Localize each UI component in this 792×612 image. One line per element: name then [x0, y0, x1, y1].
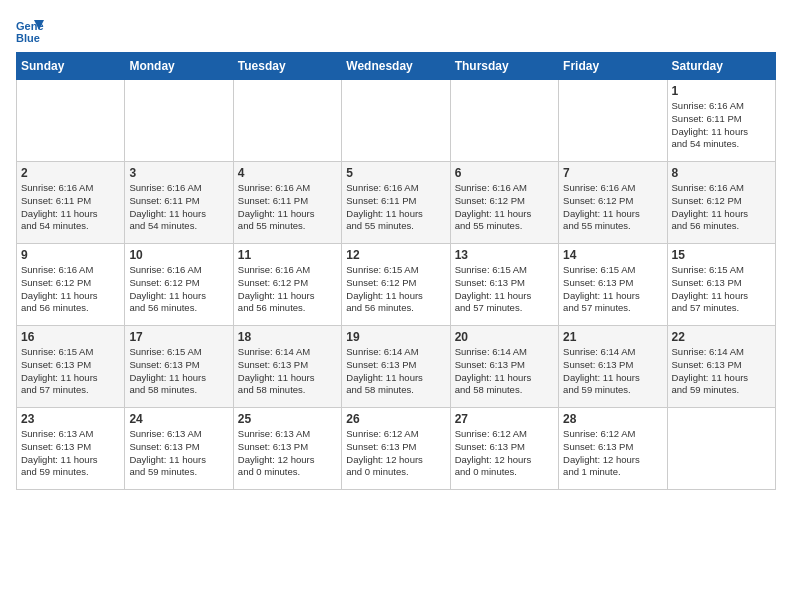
day-number: 21 — [563, 330, 662, 344]
calendar-cell: 8Sunrise: 6:16 AM Sunset: 6:12 PM Daylig… — [667, 162, 775, 244]
calendar-cell: 23Sunrise: 6:13 AM Sunset: 6:13 PM Dayli… — [17, 408, 125, 490]
day-number: 25 — [238, 412, 337, 426]
day-info: Sunrise: 6:15 AM Sunset: 6:13 PM Dayligh… — [21, 346, 120, 397]
calendar-cell: 28Sunrise: 6:12 AM Sunset: 6:13 PM Dayli… — [559, 408, 667, 490]
day-info: Sunrise: 6:12 AM Sunset: 6:13 PM Dayligh… — [455, 428, 554, 479]
calendar-cell: 16Sunrise: 6:15 AM Sunset: 6:13 PM Dayli… — [17, 326, 125, 408]
calendar-cell: 2Sunrise: 6:16 AM Sunset: 6:11 PM Daylig… — [17, 162, 125, 244]
calendar-cell: 20Sunrise: 6:14 AM Sunset: 6:13 PM Dayli… — [450, 326, 558, 408]
day-number: 8 — [672, 166, 771, 180]
day-number: 16 — [21, 330, 120, 344]
calendar-cell: 4Sunrise: 6:16 AM Sunset: 6:11 PM Daylig… — [233, 162, 341, 244]
calendar-header: SundayMondayTuesdayWednesdayThursdayFrid… — [17, 53, 776, 80]
calendar-cell: 21Sunrise: 6:14 AM Sunset: 6:13 PM Dayli… — [559, 326, 667, 408]
day-info: Sunrise: 6:13 AM Sunset: 6:13 PM Dayligh… — [129, 428, 228, 479]
day-info: Sunrise: 6:16 AM Sunset: 6:12 PM Dayligh… — [238, 264, 337, 315]
day-number: 4 — [238, 166, 337, 180]
calendar-cell: 7Sunrise: 6:16 AM Sunset: 6:12 PM Daylig… — [559, 162, 667, 244]
calendar-week-1: 1Sunrise: 6:16 AM Sunset: 6:11 PM Daylig… — [17, 80, 776, 162]
calendar-cell — [667, 408, 775, 490]
calendar-cell: 15Sunrise: 6:15 AM Sunset: 6:13 PM Dayli… — [667, 244, 775, 326]
day-info: Sunrise: 6:14 AM Sunset: 6:13 PM Dayligh… — [455, 346, 554, 397]
day-info: Sunrise: 6:12 AM Sunset: 6:13 PM Dayligh… — [346, 428, 445, 479]
day-number: 11 — [238, 248, 337, 262]
day-info: Sunrise: 6:12 AM Sunset: 6:13 PM Dayligh… — [563, 428, 662, 479]
logo: General Blue — [16, 16, 776, 44]
calendar-cell — [450, 80, 558, 162]
weekday-row: SundayMondayTuesdayWednesdayThursdayFrid… — [17, 53, 776, 80]
calendar-week-3: 9Sunrise: 6:16 AM Sunset: 6:12 PM Daylig… — [17, 244, 776, 326]
day-number: 22 — [672, 330, 771, 344]
day-info: Sunrise: 6:15 AM Sunset: 6:13 PM Dayligh… — [672, 264, 771, 315]
calendar-cell — [342, 80, 450, 162]
calendar-cell: 11Sunrise: 6:16 AM Sunset: 6:12 PM Dayli… — [233, 244, 341, 326]
day-info: Sunrise: 6:14 AM Sunset: 6:13 PM Dayligh… — [238, 346, 337, 397]
day-number: 23 — [21, 412, 120, 426]
calendar-cell: 25Sunrise: 6:13 AM Sunset: 6:13 PM Dayli… — [233, 408, 341, 490]
weekday-header-friday: Friday — [559, 53, 667, 80]
day-number: 2 — [21, 166, 120, 180]
day-info: Sunrise: 6:16 AM Sunset: 6:12 PM Dayligh… — [21, 264, 120, 315]
day-info: Sunrise: 6:16 AM Sunset: 6:12 PM Dayligh… — [129, 264, 228, 315]
calendar-cell: 10Sunrise: 6:16 AM Sunset: 6:12 PM Dayli… — [125, 244, 233, 326]
calendar-cell: 24Sunrise: 6:13 AM Sunset: 6:13 PM Dayli… — [125, 408, 233, 490]
calendar-cell: 1Sunrise: 6:16 AM Sunset: 6:11 PM Daylig… — [667, 80, 775, 162]
day-number: 7 — [563, 166, 662, 180]
calendar-cell: 12Sunrise: 6:15 AM Sunset: 6:12 PM Dayli… — [342, 244, 450, 326]
weekday-header-sunday: Sunday — [17, 53, 125, 80]
weekday-header-wednesday: Wednesday — [342, 53, 450, 80]
day-number: 28 — [563, 412, 662, 426]
day-info: Sunrise: 6:14 AM Sunset: 6:13 PM Dayligh… — [672, 346, 771, 397]
day-info: Sunrise: 6:16 AM Sunset: 6:11 PM Dayligh… — [21, 182, 120, 233]
calendar-cell — [559, 80, 667, 162]
day-number: 17 — [129, 330, 228, 344]
day-number: 6 — [455, 166, 554, 180]
day-info: Sunrise: 6:15 AM Sunset: 6:13 PM Dayligh… — [563, 264, 662, 315]
day-number: 1 — [672, 84, 771, 98]
calendar-cell: 13Sunrise: 6:15 AM Sunset: 6:13 PM Dayli… — [450, 244, 558, 326]
day-number: 12 — [346, 248, 445, 262]
day-number: 15 — [672, 248, 771, 262]
calendar-cell: 3Sunrise: 6:16 AM Sunset: 6:11 PM Daylig… — [125, 162, 233, 244]
calendar-cell: 9Sunrise: 6:16 AM Sunset: 6:12 PM Daylig… — [17, 244, 125, 326]
calendar-cell: 22Sunrise: 6:14 AM Sunset: 6:13 PM Dayli… — [667, 326, 775, 408]
calendar-cell: 5Sunrise: 6:16 AM Sunset: 6:11 PM Daylig… — [342, 162, 450, 244]
calendar-cell: 27Sunrise: 6:12 AM Sunset: 6:13 PM Dayli… — [450, 408, 558, 490]
calendar-cell — [125, 80, 233, 162]
day-info: Sunrise: 6:16 AM Sunset: 6:12 PM Dayligh… — [563, 182, 662, 233]
day-number: 14 — [563, 248, 662, 262]
day-number: 9 — [21, 248, 120, 262]
day-info: Sunrise: 6:15 AM Sunset: 6:13 PM Dayligh… — [455, 264, 554, 315]
calendar-cell: 17Sunrise: 6:15 AM Sunset: 6:13 PM Dayli… — [125, 326, 233, 408]
day-info: Sunrise: 6:16 AM Sunset: 6:11 PM Dayligh… — [672, 100, 771, 151]
calendar-cell — [17, 80, 125, 162]
day-number: 27 — [455, 412, 554, 426]
calendar-cell: 18Sunrise: 6:14 AM Sunset: 6:13 PM Dayli… — [233, 326, 341, 408]
day-info: Sunrise: 6:13 AM Sunset: 6:13 PM Dayligh… — [238, 428, 337, 479]
calendar-body: 1Sunrise: 6:16 AM Sunset: 6:11 PM Daylig… — [17, 80, 776, 490]
day-number: 26 — [346, 412, 445, 426]
weekday-header-monday: Monday — [125, 53, 233, 80]
day-info: Sunrise: 6:16 AM Sunset: 6:11 PM Dayligh… — [129, 182, 228, 233]
day-info: Sunrise: 6:16 AM Sunset: 6:11 PM Dayligh… — [238, 182, 337, 233]
day-info: Sunrise: 6:15 AM Sunset: 6:12 PM Dayligh… — [346, 264, 445, 315]
calendar-week-5: 23Sunrise: 6:13 AM Sunset: 6:13 PM Dayli… — [17, 408, 776, 490]
svg-text:Blue: Blue — [16, 32, 40, 44]
calendar-week-2: 2Sunrise: 6:16 AM Sunset: 6:11 PM Daylig… — [17, 162, 776, 244]
weekday-header-thursday: Thursday — [450, 53, 558, 80]
day-number: 5 — [346, 166, 445, 180]
weekday-header-saturday: Saturday — [667, 53, 775, 80]
day-info: Sunrise: 6:16 AM Sunset: 6:11 PM Dayligh… — [346, 182, 445, 233]
day-number: 24 — [129, 412, 228, 426]
calendar-table: SundayMondayTuesdayWednesdayThursdayFrid… — [16, 52, 776, 490]
day-number: 20 — [455, 330, 554, 344]
calendar-week-4: 16Sunrise: 6:15 AM Sunset: 6:13 PM Dayli… — [17, 326, 776, 408]
day-number: 18 — [238, 330, 337, 344]
calendar-cell: 19Sunrise: 6:14 AM Sunset: 6:13 PM Dayli… — [342, 326, 450, 408]
top-section: General Blue — [16, 16, 776, 44]
day-info: Sunrise: 6:13 AM Sunset: 6:13 PM Dayligh… — [21, 428, 120, 479]
day-info: Sunrise: 6:16 AM Sunset: 6:12 PM Dayligh… — [672, 182, 771, 233]
calendar-cell: 26Sunrise: 6:12 AM Sunset: 6:13 PM Dayli… — [342, 408, 450, 490]
day-info: Sunrise: 6:14 AM Sunset: 6:13 PM Dayligh… — [346, 346, 445, 397]
calendar-cell: 6Sunrise: 6:16 AM Sunset: 6:12 PM Daylig… — [450, 162, 558, 244]
